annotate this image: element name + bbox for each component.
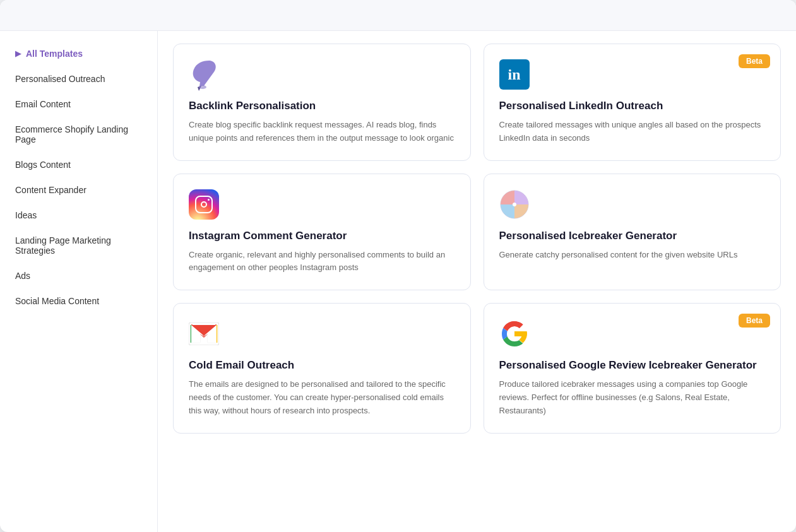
- sidebar: ▶All TemplatesPersonalised OutreachEmail…: [0, 31, 158, 532]
- sidebar-item-label: Email Content: [15, 99, 142, 109]
- beta-badge: Beta: [739, 314, 770, 328]
- card-title: Personalised Icebreaker Generator: [499, 230, 766, 242]
- card-title: Cold Email Outreach: [189, 359, 455, 372]
- active-arrow-icon: ▶: [15, 49, 21, 58]
- card-title: Backlink Personalisation: [189, 100, 455, 112]
- sidebar-item-all-templates[interactable]: ▶All Templates: [0, 41, 157, 66]
- sidebar-item-label: Ads: [15, 271, 142, 281]
- cards-grid: Backlink PersonalisationCreate blog spec…: [173, 44, 781, 434]
- pinwheel-icon: [499, 189, 530, 220]
- card-description: Produce tailored icebraker messages usin…: [499, 378, 766, 417]
- card-title: Personalised Google Review Icebreaker Ge…: [499, 359, 766, 372]
- sidebar-item-ecommerce-shopify[interactable]: Ecommerce Shopify Landing Page: [0, 117, 157, 152]
- content-area: Backlink PersonalisationCreate blog spec…: [158, 31, 796, 532]
- linkedin-icon: in: [499, 59, 530, 90]
- sidebar-item-label: Blogs Content: [15, 160, 142, 170]
- sidebar-item-label: Landing Page Marketing Strategies: [15, 235, 142, 256]
- instagram-icon: [189, 189, 219, 220]
- choose-category-modal: ▶All TemplatesPersonalised OutreachEmail…: [0, 0, 796, 532]
- sidebar-item-label: All Templates: [26, 49, 142, 59]
- gmail-icon: [189, 319, 219, 349]
- sidebar-item-ads[interactable]: Ads: [0, 263, 157, 288]
- card-linkedin[interactable]: Beta in Personalised LinkedIn OutreachCr…: [484, 44, 781, 161]
- svg-point-0: [199, 85, 206, 89]
- sidebar-item-email-content[interactable]: Email Content: [0, 92, 157, 117]
- beta-badge: Beta: [739, 54, 770, 68]
- sidebar-item-blogs-content[interactable]: Blogs Content: [0, 152, 157, 177]
- card-icebreaker[interactable]: Personalised Icebreaker GeneratorGenerat…: [484, 174, 781, 291]
- card-title: Personalised LinkedIn Outreach: [499, 100, 766, 112]
- sidebar-item-label: Ideas: [15, 210, 142, 220]
- svg-point-2: [513, 203, 516, 206]
- card-backlink[interactable]: Backlink PersonalisationCreate blog spec…: [173, 44, 471, 161]
- sidebar-item-social-media[interactable]: Social Media Content: [0, 288, 157, 314]
- card-description: The emails are designed to be personalis…: [189, 378, 455, 417]
- google-icon: [499, 319, 530, 349]
- card-description: Create blog specific backlink request me…: [189, 119, 455, 145]
- card-description: Create tailored messages with unique ang…: [499, 119, 766, 145]
- sidebar-item-label: Personalised Outreach: [15, 74, 142, 84]
- sidebar-item-label: Social Media Content: [15, 296, 142, 306]
- modal-body: ▶All TemplatesPersonalised OutreachEmail…: [0, 31, 796, 532]
- card-description: Create organic, relevant and highly pers…: [189, 249, 455, 275]
- card-title: Instagram Comment Generator: [189, 230, 455, 242]
- sidebar-item-content-expander[interactable]: Content Expander: [0, 177, 157, 203]
- sidebar-item-landing-page[interactable]: Landing Page Marketing Strategies: [0, 228, 157, 263]
- sidebar-item-label: Content Expander: [15, 185, 142, 195]
- sidebar-item-label: Ecommerce Shopify Landing Page: [15, 124, 142, 145]
- sidebar-item-personalised-outreach[interactable]: Personalised Outreach: [0, 66, 157, 92]
- modal-header: [0, 0, 796, 31]
- card-google-review[interactable]: Beta Personalised Google Review Icebreak…: [484, 303, 781, 433]
- close-button[interactable]: [773, 13, 778, 18]
- card-description: Generate catchy personalised content for…: [499, 249, 766, 262]
- sidebar-item-ideas[interactable]: Ideas: [0, 203, 157, 228]
- card-instagram[interactable]: Instagram Comment GeneratorCreate organi…: [173, 174, 471, 291]
- quill-icon: [189, 59, 219, 90]
- card-cold-email[interactable]: Cold Email OutreachThe emails are design…: [173, 303, 471, 433]
